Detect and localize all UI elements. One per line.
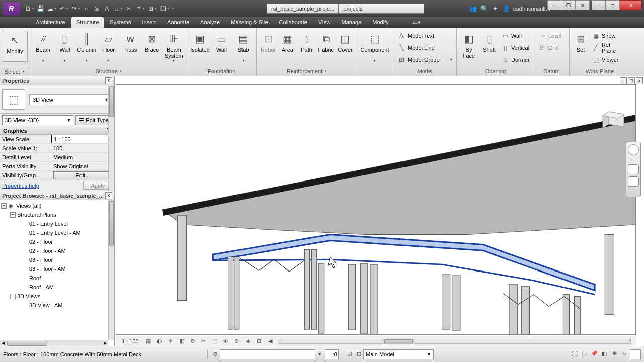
select-links-icon[interactable]: ⛶	[570, 349, 579, 358]
navigation-bar[interactable]: —	[626, 142, 641, 197]
browser-hscroll[interactable]: ◀▶	[0, 340, 108, 346]
select-face-icon[interactable]: ◧	[600, 349, 609, 358]
close-hidden-icon[interactable]: ⊞	[146, 4, 156, 14]
isolated-button[interactable]: ▣Isolated	[189, 30, 211, 60]
keynote-icon[interactable]: 👥	[468, 4, 478, 14]
doc-close-button[interactable]: ✕	[576, 0, 590, 10]
visibility-edit-button[interactable]: Edit...	[53, 171, 112, 179]
tab-structure[interactable]: Structure	[71, 17, 105, 28]
pan-icon[interactable]	[628, 164, 639, 174]
view-minimize-button[interactable]: —	[620, 77, 627, 84]
tree-item[interactable]: 02 - Floor - AM	[1, 246, 107, 255]
app-maximize-button[interactable]: □	[606, 0, 620, 10]
path-button[interactable]: ⫿Path	[297, 30, 316, 60]
crop-icon[interactable]: ✂	[199, 337, 208, 345]
show-button[interactable]: ▦Show	[590, 30, 628, 42]
select-dropdown[interactable]: Select▼	[0, 67, 30, 76]
opening-wall-button[interactable]: ▭Wall	[499, 30, 532, 42]
app-menu-button[interactable]: R	[2, 2, 20, 16]
refplane-button[interactable]: ╱Ref Plane	[590, 42, 628, 54]
tab-insert[interactable]: Insert	[137, 17, 162, 28]
text-icon[interactable]: A	[102, 4, 112, 14]
switch-windows-icon[interactable]: ❏	[158, 4, 168, 14]
tree-3d-views[interactable]: −3D Views	[1, 292, 107, 301]
properties-group-graphics[interactable]: Graphics⮟	[0, 127, 114, 135]
byface-button[interactable]: ◧By Face	[459, 30, 479, 60]
worksets-icon[interactable]: ⚙	[211, 350, 220, 359]
tree-item[interactable]: 03 - Floor - AM	[1, 264, 107, 274]
tab-modify[interactable]: Modify	[367, 17, 394, 28]
vc-more-icon[interactable]: ◀	[266, 337, 275, 345]
tree-item[interactable]: Roof	[1, 274, 107, 283]
3d-view-canvas[interactable]	[116, 84, 636, 335]
drag-elements-icon[interactable]: ✥	[610, 349, 619, 358]
sun-path-icon[interactable]: ☀	[166, 337, 175, 345]
rendering-icon[interactable]: ⚙	[188, 337, 197, 345]
section-icon[interactable]: ✂	[124, 4, 134, 14]
recent-file-segment[interactable]: rst_basic_sample_proje...	[267, 4, 339, 14]
column-button[interactable]: ║Column▾	[76, 30, 98, 64]
open-icon[interactable]: 🗋	[23, 4, 33, 14]
temporary-hide-icon[interactable]: ⊘	[232, 337, 242, 345]
app-minimize-button[interactable]: —	[592, 0, 606, 10]
sync-icon[interactable]: ☁	[45, 4, 55, 14]
doc-minimize-button[interactable]: —	[547, 0, 561, 10]
view-hscroll[interactable]	[279, 339, 631, 344]
tree-views-all[interactable]: −◉Views (all)	[1, 201, 107, 210]
main-model-dropdown[interactable]: Main Model▼	[363, 349, 434, 359]
instance-selector-dropdown[interactable]: 3D View: {3D}▼	[2, 115, 73, 125]
fabric-button[interactable]: ⧉Fabric	[316, 30, 336, 60]
properties-scrollbar[interactable]	[108, 85, 114, 191]
crop-region-icon[interactable]: ⬚	[210, 337, 219, 345]
properties-close-button[interactable]: x	[105, 77, 112, 84]
editable-icon[interactable]: ☑	[345, 350, 354, 359]
foundation-wall-button[interactable]: ▭Wall	[211, 30, 232, 60]
model-line-button[interactable]: ╲Model Line	[395, 42, 454, 54]
tree-item[interactable]: 01 - Entry Level	[1, 219, 107, 228]
beam-button[interactable]: ⫽Beam▾	[32, 30, 54, 64]
cover-button[interactable]: ◫Cover	[336, 30, 355, 60]
tree-item[interactable]: 3D View - AM	[1, 301, 107, 310]
prop-detail-level[interactable]: Detail LevelMedium	[0, 153, 114, 162]
steering-wheel-icon[interactable]	[628, 144, 639, 155]
dimension-icon[interactable]: ⇲	[92, 4, 102, 14]
reveal-icon[interactable]: ◈	[244, 337, 253, 345]
app-close-button[interactable]: ✕	[620, 0, 642, 10]
worksharing-display-icon[interactable]: ⊞	[255, 337, 264, 345]
brace-button[interactable]: ⊠Brace	[141, 30, 163, 60]
doc-restore-button[interactable]: ❐	[561, 0, 576, 10]
edit-type-button[interactable]: ☰Edit Type	[75, 115, 112, 125]
prop-visibility-graphics[interactable]: Visibility/Grap...Edit...	[0, 171, 114, 180]
tab-architecture[interactable]: Architecture	[30, 17, 71, 28]
detail-level-icon[interactable]: ▦	[144, 337, 153, 345]
tab-collaborate[interactable]: Collaborate	[274, 17, 313, 28]
measure-icon[interactable]: ↔	[82, 4, 92, 14]
properties-help-link[interactable]: Properties help	[2, 183, 39, 189]
filter-icon[interactable]: ▽	[620, 349, 629, 358]
tree-item[interactable]: 02 - Floor	[1, 237, 107, 246]
path-segment[interactable]: projects	[339, 4, 424, 14]
area-button[interactable]: ▦Area	[278, 30, 297, 60]
undo-icon[interactable]: ↶	[57, 4, 67, 14]
tab-view[interactable]: View	[313, 17, 336, 28]
floor-button[interactable]: ▱Floor▾	[98, 30, 119, 64]
prop-parts-visibility[interactable]: Parts VisibilityShow Original	[0, 162, 114, 171]
active-workset-field[interactable]	[220, 349, 315, 359]
view-cube[interactable]	[599, 107, 629, 132]
dormer-button[interactable]: ⌂Dormer	[499, 54, 532, 66]
tab-systems[interactable]: Systems	[104, 17, 136, 28]
select-underlay-icon[interactable]: ⬚	[580, 349, 589, 358]
wall-button[interactable]: ▯Wall▾	[54, 30, 75, 64]
model-groups-icon[interactable]: ⊞	[354, 350, 363, 359]
ribbon-context-icon[interactable]: ▭▾	[413, 17, 423, 28]
prop-view-scale[interactable]: View Scale1 : 100	[0, 135, 114, 144]
tree-structural-plans[interactable]: −Structural Plans	[1, 210, 107, 219]
view-maximize-button[interactable]: □	[628, 77, 635, 84]
thin-lines-icon[interactable]: ≡	[134, 4, 144, 14]
tab-manage[interactable]: Manage	[336, 17, 367, 28]
viewer-button[interactable]: ◫Viewer	[590, 54, 628, 66]
editable-only-icon[interactable]: ▾	[315, 350, 325, 359]
signin-icon[interactable]: 👤	[501, 4, 511, 14]
view-close-button[interactable]: x	[636, 77, 643, 84]
beam-system-button[interactable]: ⊪Beam System▾	[163, 30, 185, 64]
